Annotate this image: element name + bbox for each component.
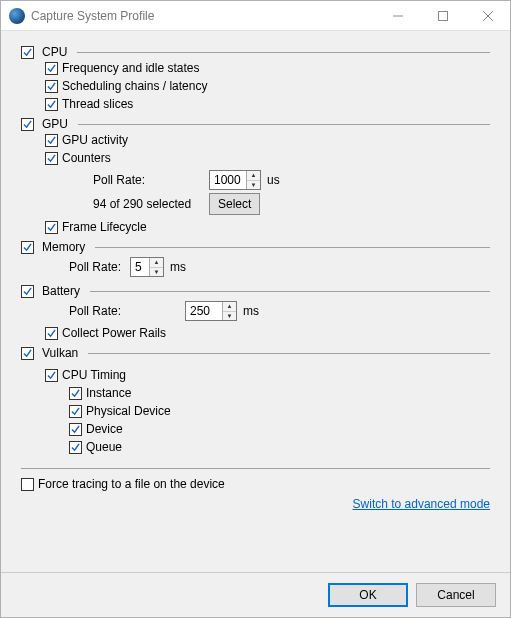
close-icon xyxy=(483,11,493,21)
cancel-button[interactable]: Cancel xyxy=(416,583,496,607)
checkbox-cpu-freq[interactable] xyxy=(45,62,58,75)
checkbox-vulkan[interactable] xyxy=(21,347,34,360)
label-gpu-poll-unit: us xyxy=(267,173,280,187)
input-gpu-poll[interactable] xyxy=(210,171,246,189)
spin-down-icon[interactable]: ▼ xyxy=(150,268,163,277)
input-memory-poll[interactable] xyxy=(131,258,149,276)
label-cpu-freq: Frequency and idle states xyxy=(62,60,199,76)
checkbox-force-trace[interactable] xyxy=(21,478,34,491)
label-device: Device xyxy=(86,421,123,437)
ok-button[interactable]: OK xyxy=(328,583,408,607)
checkbox-physical-device[interactable] xyxy=(69,405,82,418)
label-cpu: CPU xyxy=(42,45,67,59)
maximize-button[interactable] xyxy=(420,1,465,31)
spin-down-icon[interactable]: ▼ xyxy=(223,312,236,321)
divider xyxy=(95,247,490,248)
maximize-icon xyxy=(438,11,448,21)
divider xyxy=(90,291,490,292)
checkbox-queue[interactable] xyxy=(69,441,82,454)
dialog-window: Capture System Profile CPU Frequency and… xyxy=(0,0,511,618)
svg-rect-0 xyxy=(438,11,447,20)
footer: OK Cancel xyxy=(1,572,510,617)
minimize-button[interactable] xyxy=(375,1,420,31)
divider xyxy=(78,124,490,125)
checkbox-gpu-counters[interactable] xyxy=(45,152,58,165)
label-memory-poll: Poll Rate: xyxy=(69,260,124,274)
divider xyxy=(88,353,490,354)
divider xyxy=(21,468,490,469)
label-battery: Battery xyxy=(42,284,80,298)
label-force-trace: Force tracing to a file on the device xyxy=(38,476,225,492)
checkbox-cpu-sched[interactable] xyxy=(45,80,58,93)
divider xyxy=(77,52,490,53)
section-cpu: CPU Frequency and idle states Scheduling… xyxy=(21,45,490,113)
spinner-memory-poll: ▲ ▼ xyxy=(130,257,164,277)
section-battery: Battery Poll Rate: ▲ ▼ ms Collect Power … xyxy=(21,284,490,342)
section-vulkan: Vulkan CPU Timing Instance Physical Devi… xyxy=(21,346,490,456)
checkbox-cpu-timing[interactable] xyxy=(45,369,58,382)
checkbox-frame-lifecycle[interactable] xyxy=(45,221,58,234)
spin-down-icon[interactable]: ▼ xyxy=(247,181,260,190)
close-button[interactable] xyxy=(465,1,510,31)
checkbox-memory[interactable] xyxy=(21,241,34,254)
row-force-trace: Force tracing to a file on the device xyxy=(21,475,490,493)
label-memory-poll-unit: ms xyxy=(170,260,186,274)
label-cpu-threads: Thread slices xyxy=(62,96,133,112)
label-gpu-poll: Poll Rate: xyxy=(93,173,203,187)
spinner-battery-poll: ▲ ▼ xyxy=(185,301,237,321)
label-gpu: GPU xyxy=(42,117,68,131)
label-power-rails: Collect Power Rails xyxy=(62,325,166,341)
spinner-gpu-poll: ▲ ▼ xyxy=(209,170,261,190)
section-memory: Memory Poll Rate: ▲ ▼ ms xyxy=(21,240,490,280)
content-area: CPU Frequency and idle states Scheduling… xyxy=(1,31,510,572)
checkbox-instance[interactable] xyxy=(69,387,82,400)
label-memory: Memory xyxy=(42,240,85,254)
spin-up-icon[interactable]: ▲ xyxy=(223,302,236,312)
label-cpu-timing: CPU Timing xyxy=(62,367,126,383)
checkbox-cpu[interactable] xyxy=(21,46,34,59)
checkbox-battery[interactable] xyxy=(21,285,34,298)
checkbox-gpu-activity[interactable] xyxy=(45,134,58,147)
spin-up-icon[interactable]: ▲ xyxy=(150,258,163,268)
minimize-icon xyxy=(393,11,403,21)
link-advanced-mode[interactable]: Switch to advanced mode xyxy=(21,497,490,511)
label-physical-device: Physical Device xyxy=(86,403,171,419)
spin-up-icon[interactable]: ▲ xyxy=(247,171,260,181)
checkbox-device[interactable] xyxy=(69,423,82,436)
label-vulkan: Vulkan xyxy=(42,346,78,360)
label-frame-lifecycle: Frame Lifecycle xyxy=(62,219,147,235)
label-battery-poll-unit: ms xyxy=(243,304,259,318)
input-battery-poll[interactable] xyxy=(186,302,222,320)
app-icon xyxy=(9,8,25,24)
label-gpu-selected: 94 of 290 selected xyxy=(93,197,203,211)
label-gpu-counters: Counters xyxy=(62,150,111,166)
label-queue: Queue xyxy=(86,439,122,455)
window-title: Capture System Profile xyxy=(31,9,375,23)
label-instance: Instance xyxy=(86,385,131,401)
select-counters-button[interactable]: Select xyxy=(209,193,260,215)
checkbox-power-rails[interactable] xyxy=(45,327,58,340)
checkbox-gpu[interactable] xyxy=(21,118,34,131)
titlebar: Capture System Profile xyxy=(1,1,510,31)
section-gpu: GPU GPU activity Counters Poll Rate: xyxy=(21,117,490,236)
checkbox-cpu-threads[interactable] xyxy=(45,98,58,111)
label-gpu-activity: GPU activity xyxy=(62,132,128,148)
label-battery-poll: Poll Rate: xyxy=(69,304,179,318)
label-cpu-sched: Scheduling chains / latency xyxy=(62,78,207,94)
